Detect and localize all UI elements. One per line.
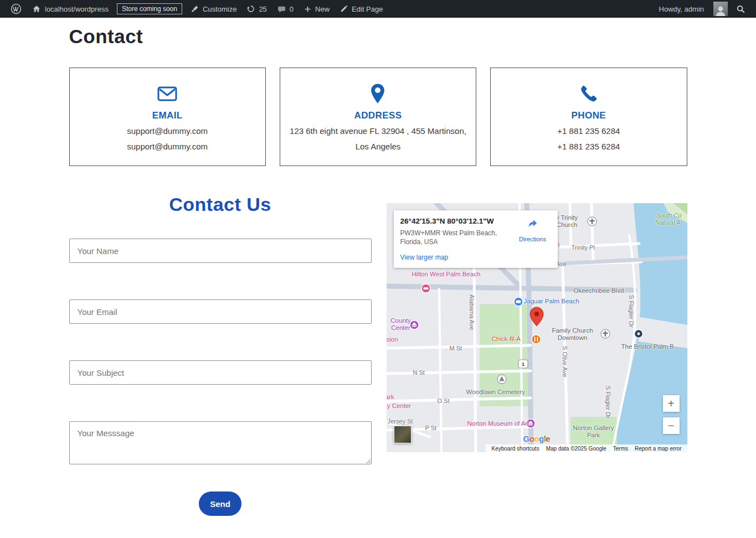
howdy-menu[interactable]: Howdy, admin	[654, 0, 709, 18]
wordpress-logo-icon[interactable]	[6, 0, 27, 18]
map-label: Norton Gallery Park	[572, 425, 616, 439]
google-logo[interactable]: Google	[523, 434, 551, 443]
email-card: EMAIL support@dummy.com support@dummy.co…	[69, 68, 266, 166]
update-icon	[246, 4, 255, 13]
map-label: Norton Museum of Art	[467, 420, 529, 427]
terms-link[interactable]: Terms	[610, 446, 631, 452]
map-address-line2: Florida, USA	[400, 238, 438, 246]
phone-line-2: +1 881 235 6284	[497, 141, 680, 152]
svg-text:1: 1	[521, 361, 524, 367]
avatar[interactable]	[713, 2, 728, 16]
map-label: The Bristol Palm B	[621, 343, 674, 350]
map-label: Okeechobee Blvd	[574, 287, 624, 294]
report-error-link[interactable]: Report a map error	[631, 446, 685, 452]
zoom-out-button[interactable]: −	[663, 417, 680, 434]
updates-menu[interactable]: 25	[241, 0, 271, 18]
email-field-wrap	[69, 299, 372, 324]
contact-us-heading: Contact Us	[69, 194, 372, 215]
map-label: N St	[413, 369, 425, 376]
address-card: ADDRESS 123 6th eight avenue FL 32904 , …	[280, 68, 476, 166]
address-card-title: ADDRESS	[287, 110, 469, 121]
map-label: South Co Natural Ar	[651, 212, 687, 226]
customize-label: Customize	[203, 5, 236, 13]
zoom-in-button[interactable]: +	[663, 395, 680, 412]
name-input[interactable]	[69, 239, 372, 263]
map-label: Family Church Downtown	[546, 327, 599, 342]
site-name: localhost/wordpress	[45, 5, 109, 13]
send-button[interactable]: Send	[199, 492, 241, 516]
directions-icon	[526, 218, 539, 231]
address-line-1: 123 6th eight avenue FL 32904 , 455 Mart…	[287, 125, 469, 137]
map-label: S Flagler Dr	[628, 295, 635, 328]
directions-button[interactable]: Directions	[515, 217, 551, 262]
new-label: New	[315, 5, 330, 13]
map-coordinates: 26°42'15.3"N 80°03'12.1"W	[400, 217, 515, 225]
admin-search-button[interactable]	[731, 0, 750, 18]
map-label: Hilton West Palm Beach	[412, 271, 481, 278]
email-line-1: support@dummy.com	[76, 125, 259, 137]
coming-soon-badge: Store coming soon	[117, 3, 182, 14]
map-label: Jersey St	[388, 418, 413, 425]
howdy-label: Howdy, admin	[659, 5, 704, 13]
satellite-toggle[interactable]	[394, 426, 412, 443]
map-label: M St	[450, 345, 462, 352]
map-label: County Center	[387, 317, 416, 332]
email-line-2: support@dummy.com	[76, 141, 259, 152]
view-larger-map-link[interactable]: View larger map	[400, 254, 448, 261]
name-field-wrap	[69, 239, 372, 263]
map-label: Woodlawn Cemetery	[466, 389, 526, 396]
wp-admin-bar: localhost/wordpress Store coming soon Cu…	[0, 0, 756, 18]
directions-label: Directions	[515, 236, 551, 242]
restaurant-pin-icon	[532, 335, 541, 344]
google-map-embed[interactable]: 1 y Trinity Church Trinity Pl Pl South C…	[387, 203, 687, 452]
map-pin-icon	[287, 82, 469, 105]
site-menu[interactable]: localhost/wordpress	[27, 0, 114, 18]
comments-menu[interactable]: 0	[272, 0, 299, 18]
admin-bar-right: Howdy, admin	[654, 0, 750, 18]
email-card-title: EMAIL	[76, 110, 259, 121]
pencil-icon	[340, 4, 348, 13]
phone-line-1: +1 881 235 6284	[497, 125, 680, 137]
comment-icon	[277, 4, 286, 14]
map-label: S Flagler Dr	[604, 386, 611, 418]
phone-icon	[497, 82, 680, 105]
subject-field-wrap	[69, 360, 372, 385]
page-title: Contact	[69, 25, 687, 48]
address-line-2: Los Angeles	[287, 141, 469, 152]
contact-form: Contact Us Send	[69, 194, 372, 516]
plus-icon	[304, 5, 312, 13]
customize-menu[interactable]: Customize	[186, 0, 241, 18]
page: localhost/wordpress Store coming soon Cu…	[0, 0, 756, 538]
map-label: P St	[425, 425, 437, 432]
comment-count: 0	[290, 5, 294, 13]
email-input[interactable]	[69, 299, 372, 324]
map-label: S Olive Ave	[561, 346, 568, 377]
map-label: Jaguar Palm Beach	[524, 298, 579, 305]
send-row: Send	[69, 492, 372, 516]
map-label: sion	[387, 336, 398, 343]
content-container: Contact EMAIL support@dummy.com support@…	[69, 25, 687, 538]
map-address: PW3W+MMR West Palm Beach, Florida, USA	[400, 229, 515, 246]
phone-card-title: PHONE	[497, 110, 680, 121]
map-zoom-controls: + −	[663, 395, 680, 434]
phone-card: PHONE +1 881 235 6284 +1 881 235 6284	[490, 68, 687, 166]
cemetery-pin-icon	[497, 375, 506, 384]
subject-input[interactable]	[69, 360, 372, 385]
message-field-wrap	[69, 421, 372, 467]
bristol-pin-icon	[634, 330, 642, 338]
message-textarea[interactable]	[69, 421, 372, 464]
map-label: Alabama Ave	[468, 294, 475, 330]
map-address-line1: PW3W+MMR West Palm Beach,	[400, 229, 497, 237]
trinity-church-pin-icon	[588, 217, 596, 226]
contact-main: Contact Us Send	[69, 194, 687, 516]
hotel-pin-icon	[421, 284, 430, 293]
map-label: O St	[438, 397, 450, 405]
new-content-menu[interactable]: New	[299, 0, 335, 18]
keyboard-shortcuts-link[interactable]: Keyboard shortcuts	[488, 446, 542, 452]
church-pin-icon	[601, 329, 610, 338]
search-icon	[736, 4, 745, 14]
update-count: 25	[259, 5, 266, 13]
map-label: Trinity Pl	[572, 244, 595, 251]
route-shield: 1	[518, 360, 528, 368]
edit-page-menu[interactable]: Edit Page	[335, 0, 388, 18]
